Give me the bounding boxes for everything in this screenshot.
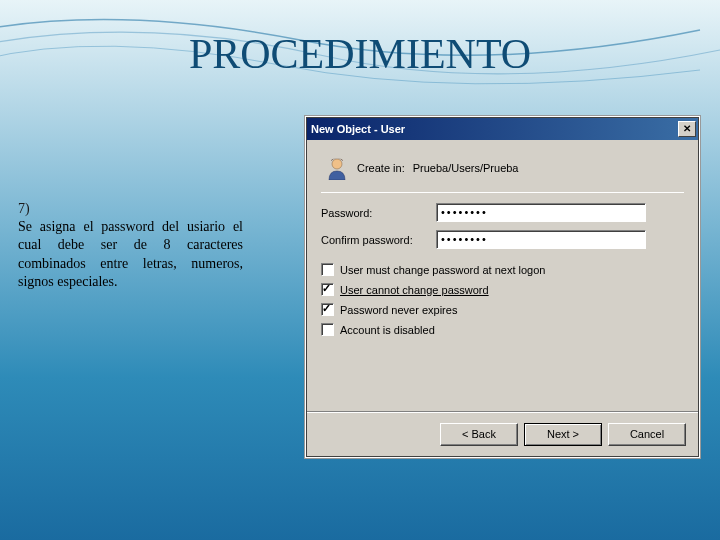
label-cannot-change: User cannot change password: [340, 284, 489, 296]
checkbox-cannot-change[interactable]: [321, 283, 334, 296]
dialog-title: New Object - User: [311, 123, 405, 135]
back-button[interactable]: < Back: [440, 423, 518, 446]
divider: [321, 192, 684, 193]
dialog-titlebar: New Object - User ✕: [307, 118, 698, 140]
close-button[interactable]: ✕: [678, 121, 696, 137]
next-button[interactable]: Next >: [524, 423, 602, 446]
slide-title: PROCEDIMIENTO: [0, 30, 720, 78]
dialog-button-bar: < Back Next > Cancel: [307, 412, 698, 456]
step-description: 7) Se asigna el password del usiario el …: [18, 200, 268, 291]
svg-point-0: [332, 159, 342, 169]
password-label: Password:: [321, 207, 436, 219]
confirm-password-input[interactable]: ••••••••: [436, 230, 646, 249]
create-in-path: Prueba/Users/Prueba: [413, 162, 519, 174]
step-text: Se asigna el password del usiario el cua…: [18, 218, 243, 291]
user-icon: [325, 156, 349, 180]
create-in-label: Create in:: [357, 162, 405, 174]
cancel-button[interactable]: Cancel: [608, 423, 686, 446]
checkbox-change-next-logon[interactable]: [321, 263, 334, 276]
step-number: 7): [18, 200, 40, 218]
checkbox-never-expires[interactable]: [321, 303, 334, 316]
confirm-password-label: Confirm password:: [321, 234, 436, 246]
label-never-expires: Password never expires: [340, 304, 457, 316]
password-input[interactable]: ••••••••: [436, 203, 646, 222]
dialog-window: New Object - User ✕ Create in: Prueba/Us…: [305, 116, 700, 458]
label-account-disabled: Account is disabled: [340, 324, 435, 336]
label-change-next-logon: User must change password at next logon: [340, 264, 545, 276]
checkbox-account-disabled[interactable]: [321, 323, 334, 336]
